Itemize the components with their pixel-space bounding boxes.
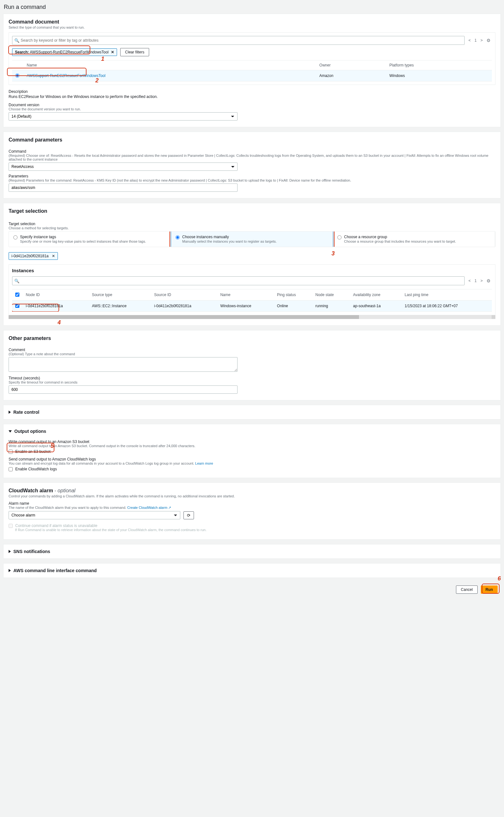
instances-heading: Instances — [12, 268, 492, 273]
heading-cloudwatch-alarm: CloudWatch alarm - optional — [9, 488, 495, 494]
chevron-right-icon — [9, 411, 11, 414]
cell-lpt: 1/15/2023 at 18:06:22 GMT+07 — [402, 301, 492, 312]
pager-page: 1 — [473, 38, 478, 43]
instances-search-input[interactable] — [12, 276, 465, 285]
tile-choose-manually[interactable]: Choose instances manually Manually selec… — [171, 231, 333, 247]
table-row[interactable]: AWSSupport-RunEC2RescueForWindowsTool Am… — [12, 70, 492, 81]
tile-specify-tags[interactable]: Specify instance tags Specify one or mor… — [9, 232, 171, 247]
chip-remove-instance-icon[interactable]: ✕ — [52, 254, 55, 258]
page-title: Run a command — [4, 4, 501, 10]
col-platform[interactable]: Platform types — [386, 60, 492, 70]
tile-manual-radio[interactable] — [176, 235, 180, 239]
col-name[interactable]: Name — [24, 60, 316, 70]
pager-prev-icon[interactable]: < — [467, 278, 472, 284]
col-state[interactable]: Node state — [312, 289, 350, 301]
comment-label: Comment — [9, 348, 495, 352]
search-icon: 🔍 — [14, 279, 19, 283]
timeout-sub: Specify the timeout for command in secon… — [9, 380, 495, 384]
timeout-label: Timeout (seconds) — [9, 376, 495, 380]
parameters-label: Parameters — [9, 174, 495, 178]
disclosure-rate-control[interactable]: Rate control — [3, 405, 501, 419]
tile-rg-sub: Choose a resource group that includes th… — [344, 239, 456, 243]
pager-next-icon[interactable]: > — [479, 278, 484, 284]
continue-if-unavailable-checkbox — [9, 524, 13, 528]
enable-cw-checkbox[interactable] — [9, 467, 13, 471]
enable-s3-checkbox-row[interactable]: Enable an S3 bucket — [9, 449, 495, 454]
pager-next-icon[interactable]: > — [479, 38, 484, 43]
gear-icon[interactable]: ⚙ — [485, 278, 492, 284]
col-name[interactable]: Name — [217, 289, 274, 301]
instance-row[interactable]: i-0d411e2b0f028181a AWS::EC2::Instance i… — [12, 301, 492, 312]
search-filter-chip: Search: AWSSupport-RunEC2RescueForWindow… — [12, 48, 117, 56]
command-select[interactable]: ResetAccess — [9, 163, 238, 171]
search-icon: 🔍 — [14, 38, 19, 43]
chevron-down-icon — [9, 430, 12, 433]
panel-output-options: Output options Write command output to a… — [3, 424, 501, 478]
row-radio[interactable] — [15, 73, 19, 78]
col-owner[interactable]: Owner — [316, 60, 386, 70]
col-node-id[interactable]: Node ID — [23, 289, 89, 301]
alarm-sub: Control your commands by adding a CloudW… — [9, 494, 495, 498]
col-source-id[interactable]: Source ID — [151, 289, 217, 301]
enable-cw-checkbox-row[interactable]: Enable CloudWatch logs — [9, 467, 495, 471]
disclosure-sns[interactable]: SNS notifications — [3, 544, 501, 558]
tile-rg-title: Choose a resource group — [344, 235, 456, 239]
continue-if-unavailable-sub: If Run Command is unable to retrieve inf… — [15, 528, 495, 532]
cw-sub: You can stream and encrypt log data for … — [9, 461, 495, 465]
docversion-select[interactable]: 14 (Default) — [9, 112, 238, 121]
refresh-button[interactable]: ⟳ — [183, 511, 194, 519]
disclosure-output-options[interactable]: Output options — [3, 424, 501, 436]
parameters-input[interactable] — [9, 183, 238, 192]
heading-target-selection: Target selection — [9, 208, 495, 214]
enable-s3-checkbox[interactable] — [9, 450, 13, 454]
tile-rg-radio[interactable] — [337, 235, 342, 239]
alarm-name-label: Alarm name — [9, 501, 495, 506]
tile-resource-group[interactable]: Choose a resource group Choose a resourc… — [333, 232, 495, 247]
s3-sub: Write all command output to an Amazon S3… — [9, 444, 495, 448]
cancel-button[interactable]: Cancel — [456, 585, 477, 594]
enable-cw-label: Enable CloudWatch logs — [15, 467, 57, 471]
s3-label: Write command output to an Amazon S3 buc… — [9, 440, 495, 444]
comment-textarea[interactable] — [9, 357, 238, 372]
annotation-5: 5 — [51, 443, 54, 449]
chip-remove-icon[interactable]: ✕ — [111, 50, 114, 54]
col-az[interactable]: Availability zone — [350, 289, 401, 301]
learn-more-link[interactable]: Learn more — [195, 461, 213, 465]
col-lpt[interactable]: Last ping time — [402, 289, 492, 301]
panel-other-parameters: Other parameters Comment (Optional) Type… — [3, 330, 501, 400]
panel-command-document: Command document Select the type of comm… — [3, 14, 501, 127]
heading-command-parameters: Command parameters — [9, 137, 495, 143]
description-text: Runs EC2Rescue for Windows on the Window… — [9, 94, 495, 99]
create-alarm-link[interactable]: Create CloudWatch alarm ↗ — [127, 506, 171, 509]
alarm-select[interactable]: Choose alarm — [9, 511, 180, 519]
heading-rate-control: Rate control — [13, 410, 39, 415]
cell-source-type: AWS::EC2::Instance — [89, 301, 151, 312]
chevron-right-icon — [9, 550, 11, 553]
horizontal-scrollbar[interactable] — [9, 315, 495, 319]
tile-tags-sub: Specify one or more tag key-value pairs … — [20, 239, 146, 243]
col-ping[interactable]: Ping status — [274, 289, 312, 301]
panel-cli: AWS command line interface command — [3, 563, 501, 578]
tile-tags-radio[interactable] — [13, 235, 17, 239]
panel-cloudwatch-alarm: CloudWatch alarm - optional Control your… — [3, 482, 501, 540]
select-all-checkbox[interactable] — [15, 293, 19, 297]
gear-icon[interactable]: ⚙ — [485, 37, 492, 44]
cell-ping: Online — [274, 301, 312, 312]
disclosure-cli[interactable]: AWS command line interface command — [3, 564, 501, 578]
instance-row-checkbox[interactable] — [15, 304, 19, 308]
run-button[interactable]: Run — [481, 585, 498, 594]
alarm-name-sub: The name of the CloudWatch alarm that yo… — [9, 506, 495, 510]
document-name-link[interactable]: AWSSupport-RunEC2RescueForWindowsTool — [27, 73, 106, 78]
panel-rate-control: Rate control — [3, 405, 501, 419]
pager-prev-icon[interactable]: < — [467, 38, 472, 43]
annotation-3: 3 — [332, 250, 335, 257]
document-search-input[interactable] — [12, 36, 465, 45]
clear-filters-button[interactable]: Clear filters — [120, 48, 149, 56]
annotation-1: 1 — [101, 56, 104, 62]
description-label: Description — [9, 89, 495, 94]
pager-documents: < 1 > ⚙ — [467, 37, 492, 44]
command-label: Command — [9, 149, 495, 154]
col-source-type[interactable]: Source type — [89, 289, 151, 301]
heading-command-document: Command document — [9, 19, 495, 25]
timeout-input[interactable] — [9, 385, 238, 394]
